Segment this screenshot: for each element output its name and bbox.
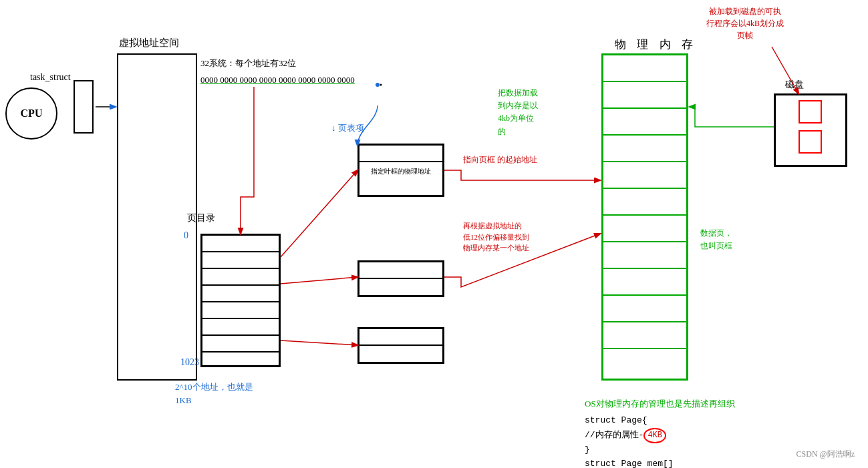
disk-inner1 [799, 100, 822, 124]
page-table-row [359, 146, 442, 162]
task-struct-label: task_struct [30, 72, 71, 83]
page-dir-row [202, 269, 279, 286]
phys-mem-row [603, 82, 686, 109]
struct-line1: struct Page{ [585, 414, 674, 428]
label-1023: 1023 [180, 357, 199, 368]
data-page-label: 数据页， 也叫页框 [700, 227, 732, 252]
kb4-label: 4KB [643, 428, 666, 443]
struct-line3: } [585, 443, 674, 457]
page-dir-table [200, 234, 281, 367]
phys-mem-row [603, 296, 686, 322]
struct-code: struct Page{ //内存的属性-4KB } struct Page m… [585, 414, 674, 468]
page-dir-row [202, 336, 279, 353]
virtual-space-label: 虚拟地址空间 [119, 37, 179, 49]
page-dir-row [202, 319, 279, 336]
phys-mem-row [603, 109, 686, 136]
page-table-item-label: ↓ 页表项 [331, 122, 364, 134]
virtual-space-rect [117, 53, 197, 381]
binary-string: 0000 0000 0000 0000 0000 0000 0000 0000 [200, 75, 355, 85]
sys32-label: 32系统：每个地址有32位 [200, 57, 296, 70]
page-table-row [359, 279, 442, 296]
phys-mem-row [603, 189, 686, 216]
phys-mem-row [603, 322, 686, 349]
struct-line2: //内存的属性-4KB [585, 428, 674, 443]
csdn-watermark: CSDN @阿浩啊z [797, 449, 855, 460]
phys-mem-row [603, 216, 686, 242]
svg-point-2 [380, 84, 382, 86]
page-dir-row [202, 236, 279, 252]
specify-frame-label: 指定叶框的物理地址 [361, 167, 441, 176]
phys-mem-row [603, 242, 686, 269]
point-to-frame-label: 指向页框 的起始地址 [463, 154, 537, 166]
addr-count-label: 2^10个地址，也就是 1KB [175, 381, 253, 407]
task-struct-rect [74, 80, 94, 134]
page-dir-label: 页目录 [187, 212, 215, 224]
os-manage-label: OS对物理内存的管理也是先描述再组织 [585, 397, 735, 411]
page-dir-row [202, 252, 279, 269]
struct-line4: struct Page mem[] [585, 457, 674, 468]
load-data-label: 把数据加载 到内存是以 4kb为单位 的 [498, 87, 538, 138]
disk-label: 磁盘 [785, 79, 804, 91]
physical-mem-rect [601, 53, 688, 381]
phys-mem-row [603, 55, 686, 82]
offset-label: 再根据虚拟地址的 低12位作偏移量找到 物理内存某一个地址 [463, 220, 529, 254]
page-dir-row [202, 353, 279, 369]
page-table-row [359, 262, 442, 279]
cpu-label: CPU [21, 107, 43, 120]
diagram-container: CPU task_struct 虚拟地址空间 32系统：每个地址有32位 000… [0, 0, 868, 468]
page-table3 [357, 327, 444, 364]
phys-mem-row [603, 269, 686, 296]
phys-mem-row [603, 136, 686, 162]
cpu-circle: CPU [5, 87, 57, 140]
phys-mem-row [603, 162, 686, 189]
page-table-row [359, 346, 442, 363]
page-table-row [359, 329, 442, 346]
page-dir-row [202, 302, 279, 319]
phys-mem-row [603, 349, 686, 376]
svg-point-1 [376, 83, 380, 87]
zero-label: 0 [184, 230, 188, 241]
disk-inner2 [799, 130, 822, 154]
page-dir-row [202, 286, 279, 302]
page-table2 [357, 260, 444, 297]
disk-exec-label: 被加载到磁盘的可执 行程序会以4kB划分成 页帧 [682, 5, 809, 41]
